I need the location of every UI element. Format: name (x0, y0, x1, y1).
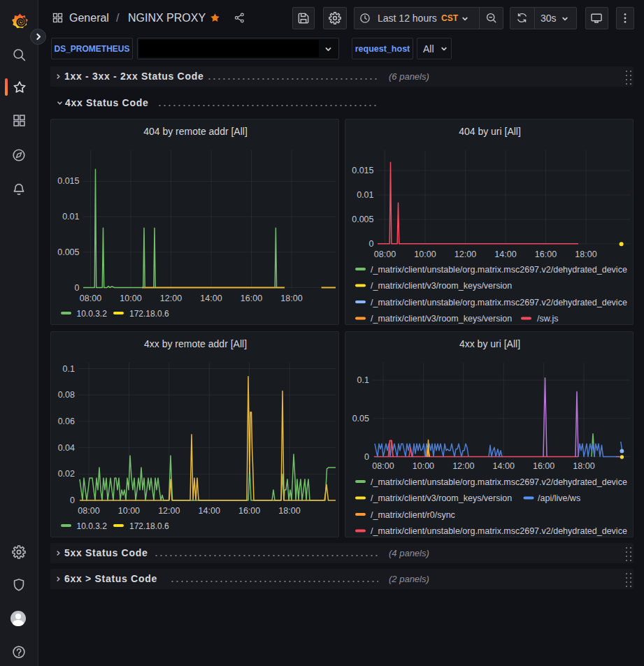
svg-text:08:00: 08:00 (372, 461, 394, 471)
svg-text:12:00: 12:00 (452, 461, 474, 471)
svg-text:16:00: 16:00 (238, 506, 260, 516)
svg-text:172.18.0.6: 172.18.0.6 (129, 521, 169, 531)
svg-text:0.01: 0.01 (62, 212, 79, 222)
svg-text:18:00: 18:00 (278, 506, 300, 516)
svg-text:0: 0 (364, 452, 369, 462)
svg-text:0.01: 0.01 (357, 190, 373, 200)
svg-text:08:00: 08:00 (374, 249, 396, 259)
svg-text:0.005: 0.005 (57, 247, 79, 257)
svg-text:404 by remote addr [All]: 404 by remote addr [All] (143, 126, 248, 137)
svg-text:08:00: 08:00 (78, 506, 99, 516)
svg-text:172.18.0.6: 172.18.0.6 (129, 309, 169, 319)
svg-text:/_matrix/client/v3/room_keys/v: /_matrix/client/v3/room_keys/version (371, 281, 512, 291)
svg-text:0.1: 0.1 (357, 375, 369, 385)
svg-text:16:00: 16:00 (533, 461, 554, 471)
svg-text:10:00: 10:00 (118, 506, 140, 516)
svg-text:0.015: 0.015 (57, 176, 79, 186)
svg-text:404 by uri [All]: 404 by uri [All] (459, 126, 521, 137)
svg-text:18:00: 18:00 (575, 249, 596, 259)
svg-text:0.05: 0.05 (352, 414, 369, 424)
svg-text:10.0.3.2: 10.0.3.2 (77, 309, 108, 319)
svg-text:0.06: 0.06 (58, 417, 75, 426)
svg-text:4xx by remote addr [All]: 4xx by remote addr [All] (144, 338, 247, 349)
svg-text:0.005: 0.005 (352, 215, 373, 224)
svg-text:12:00: 12:00 (455, 249, 476, 259)
svg-text:0: 0 (75, 283, 80, 293)
svg-text:16:00: 16:00 (241, 294, 262, 303)
svg-text:14:00: 14:00 (200, 294, 222, 303)
svg-text:0.08: 0.08 (58, 390, 75, 400)
svg-text:/api/live/ws: /api/live/ws (538, 493, 580, 503)
svg-text:0: 0 (369, 239, 374, 249)
svg-text:18:00: 18:00 (280, 294, 302, 303)
svg-text:/_matrix/client/unstable/org.m: /_matrix/client/unstable/org.matrix.msc2… (371, 526, 627, 536)
svg-text:/_matrix/client/unstable/org.m: /_matrix/client/unstable/org.matrix.msc2… (371, 477, 627, 487)
svg-text:16:00: 16:00 (535, 249, 557, 259)
svg-text:12:00: 12:00 (158, 506, 180, 516)
svg-text:14:00: 14:00 (494, 249, 516, 259)
svg-text:10:00: 10:00 (413, 461, 434, 471)
svg-text:14:00: 14:00 (493, 461, 515, 471)
svg-text:18:00: 18:00 (573, 461, 594, 471)
svg-text:0.02: 0.02 (58, 469, 75, 479)
svg-text:/_matrix/client/unstable/org.m: /_matrix/client/unstable/org.matrix.msc2… (371, 298, 627, 307)
svg-text:10.0.3.2: 10.0.3.2 (77, 521, 108, 531)
svg-text:0.04: 0.04 (58, 443, 75, 453)
svg-text:/_matrix/client/r0/sync: /_matrix/client/r0/sync (371, 510, 455, 520)
svg-text:4xx by uri [All]: 4xx by uri [All] (459, 338, 520, 349)
svg-text:0: 0 (70, 495, 75, 505)
svg-text:0.015: 0.015 (352, 166, 373, 175)
svg-text:12:00: 12:00 (160, 294, 182, 303)
svg-text:08:00: 08:00 (80, 294, 101, 303)
svg-text:/_matrix/client/v3/room_keys/v: /_matrix/client/v3/room_keys/version (371, 493, 512, 503)
svg-text:14:00: 14:00 (199, 506, 220, 516)
svg-text:/sw.js: /sw.js (537, 314, 559, 324)
svg-text:10:00: 10:00 (120, 294, 141, 303)
svg-text:0.1: 0.1 (63, 364, 75, 374)
svg-text:/_matrix/client/v3/room_keys/v: /_matrix/client/v3/room_keys/version (371, 314, 512, 324)
svg-text:/_matrix/client/unstable/org.m: /_matrix/client/unstable/org.matrix.msc2… (371, 265, 627, 275)
svg-text:10:00: 10:00 (414, 249, 436, 259)
